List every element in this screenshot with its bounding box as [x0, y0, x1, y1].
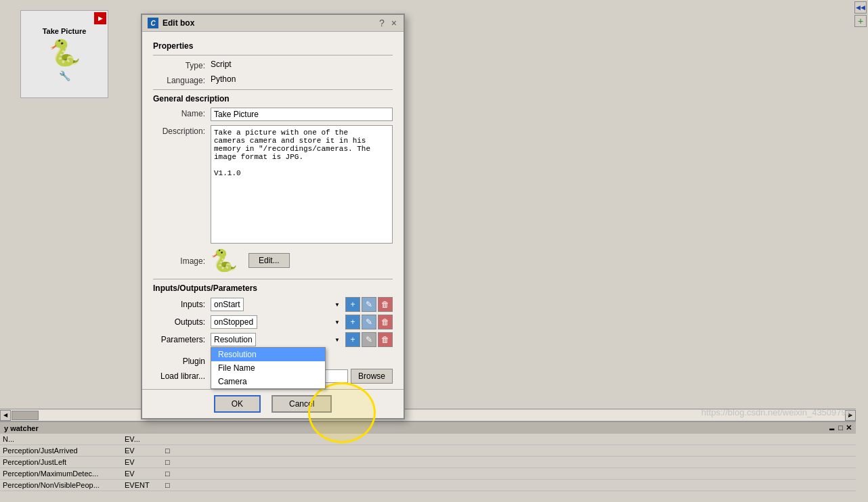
- inputs-row: Inputs: onStart + ✎ 🗑: [153, 297, 393, 312]
- bottom-panel-controls: 🗕 □ ✕: [828, 424, 852, 432]
- dialog-title-text: Edit box: [162, 18, 194, 28]
- right-toolbar: ◀◀ +: [853, 0, 868, 28]
- ok-button[interactable]: OK: [214, 395, 261, 413]
- edit-image-button[interactable]: Edit...: [248, 253, 290, 268]
- add-icon[interactable]: +: [854, 15, 867, 27]
- outputs-label: Outputs:: [153, 317, 211, 327]
- inputs-label: Inputs:: [153, 300, 211, 309]
- table-row: Perception/JustLeft EV □: [0, 457, 856, 468]
- load-library-label: Load librar...: [153, 371, 211, 381]
- language-row: Language: Python: [153, 74, 393, 85]
- inputs-del-btn[interactable]: 🗑: [378, 297, 393, 312]
- close-button[interactable]: ×: [390, 18, 398, 28]
- tool-icon: 🔧: [59, 70, 70, 81]
- close-bottom-icon[interactable]: ✕: [846, 424, 852, 432]
- general-desc-title: General description: [153, 94, 393, 104]
- name-row: Name:: [153, 108, 393, 121]
- type-value: Script: [211, 60, 232, 69]
- col-type: EV...: [125, 435, 165, 443]
- divider-1: [153, 55, 393, 55]
- help-button[interactable]: ?: [378, 18, 386, 28]
- name-label: Name:: [153, 108, 211, 118]
- type-row: Type: Script: [153, 60, 393, 70]
- divider-3: [153, 279, 393, 279]
- dialog-controls: ? ×: [378, 18, 398, 28]
- python-logo: 🐍: [211, 248, 238, 273]
- dropdown-item-filename[interactable]: File Name: [211, 361, 325, 375]
- inputs-select-wrapper: onStart: [211, 298, 343, 311]
- name-input[interactable]: [211, 108, 393, 121]
- dialog-titlebar: C Edit box ? ×: [142, 15, 404, 32]
- inputs-add-btn[interactable]: +: [345, 297, 360, 312]
- dropdown-item-resolution[interactable]: Resolution: [211, 348, 325, 361]
- inputs-edit-btn[interactable]: ✎: [362, 297, 376, 312]
- description-row: Description: Take a picture with one of …: [153, 125, 393, 244]
- bottom-panel-body: N... EV... Perception/JustArrived EV □ P…: [0, 434, 856, 491]
- inputs-select[interactable]: onStart: [211, 298, 244, 311]
- table-row: Perception/JustArrived EV □: [0, 445, 856, 457]
- parameters-select-wrapper: Resolution File Name Camera: [211, 333, 343, 346]
- image-row: Image: 🐍 Edit...: [153, 248, 393, 273]
- description-label: Description:: [153, 125, 211, 136]
- parameters-edit-btn[interactable]: ✎: [362, 332, 376, 347]
- col-val: [165, 435, 853, 443]
- bottom-panel: y watcher 🗕 □ ✕ N... EV... Perception/Ju…: [0, 421, 856, 502]
- parameters-dropdown: Resolution File Name Camera: [211, 347, 326, 389]
- io-section-title: Inputs/Outputs/Parameters: [153, 283, 393, 293]
- minimize-icon[interactable]: 🗕: [828, 424, 836, 432]
- browse-button[interactable]: Browse: [351, 369, 393, 384]
- node-label: Take Picture: [43, 27, 87, 35]
- h-scroll-thumb[interactable]: [12, 411, 39, 420]
- h-scroll-left[interactable]: ◀: [0, 410, 11, 421]
- description-textarea[interactable]: Take a picture with one of the cameras c…: [211, 125, 393, 244]
- dropdown-item-camera[interactable]: Camera: [211, 375, 325, 388]
- table-row: Perception/NonVisiblePeop... EVENT □: [0, 480, 856, 491]
- dialog-title: C Edit box: [148, 18, 194, 28]
- maximize-icon[interactable]: □: [838, 424, 843, 432]
- play-icon: ▶: [94, 12, 106, 24]
- language-label: Language:: [153, 74, 211, 85]
- node-block[interactable]: ▶ Take Picture 🐍 🔧: [20, 10, 108, 98]
- outputs-edit-btn[interactable]: ✎: [362, 315, 376, 329]
- inputs-action-btns: + ✎ 🗑: [345, 297, 393, 312]
- parameters-del-btn[interactable]: 🗑: [378, 332, 393, 347]
- type-label: Type:: [153, 60, 211, 70]
- properties-section-title: Properties: [153, 41, 393, 51]
- dialog-title-icon: C: [148, 18, 158, 28]
- parameters-action-btns: + ✎ 🗑: [345, 332, 393, 347]
- outputs-add-btn[interactable]: +: [345, 315, 360, 329]
- cancel-button[interactable]: Cancel: [272, 395, 332, 413]
- watermark: https://blog.csdn.net/weixin_43509791: [701, 407, 851, 417]
- outputs-select-wrapper: onStopped: [211, 315, 343, 329]
- bottom-col-header: N... EV...: [0, 434, 856, 445]
- plugin-label: Plugin: [153, 357, 211, 366]
- language-value: Python: [211, 74, 236, 84]
- outputs-row: Outputs: onStopped + ✎ 🗑: [153, 315, 393, 329]
- expand-icon[interactable]: ◀◀: [854, 1, 867, 14]
- parameters-label: Parameters:: [153, 335, 211, 344]
- parameters-add-btn[interactable]: +: [345, 332, 360, 347]
- dialog-footer: OK Cancel: [142, 389, 404, 418]
- outputs-action-btns: + ✎ 🗑: [345, 315, 393, 329]
- bottom-panel-header: y watcher 🗕 □ ✕: [0, 422, 856, 434]
- outputs-select[interactable]: onStopped: [211, 315, 257, 329]
- parameters-row: Parameters: Resolution File Name Camera …: [153, 332, 393, 347]
- table-row: Perception/MaximumDetec... EV □: [0, 468, 856, 480]
- bottom-panel-title: y watcher: [4, 424, 39, 432]
- parameters-select[interactable]: Resolution File Name Camera: [211, 333, 256, 346]
- python-icon: 🐍: [49, 38, 81, 68]
- divider-2: [153, 89, 393, 90]
- dialog-content: Properties Type: Script Language: Python…: [142, 32, 404, 357]
- outputs-del-btn[interactable]: 🗑: [378, 315, 393, 329]
- image-label: Image:: [153, 255, 211, 266]
- col-name: N...: [3, 435, 125, 443]
- edit-box-dialog: C Edit box ? × Properties Type: Script L…: [141, 14, 405, 419]
